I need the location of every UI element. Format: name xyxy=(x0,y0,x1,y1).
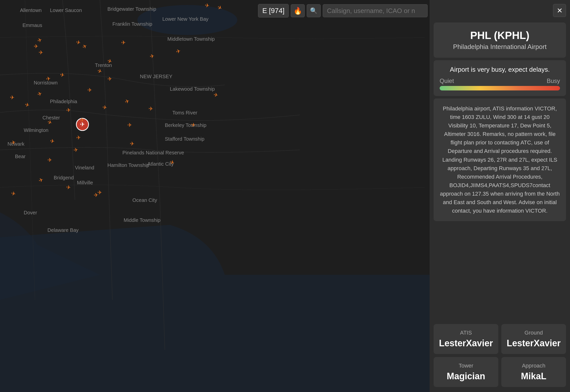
airport-title-panel: PHL (KPHL) Philadelphia International Ai… xyxy=(434,22,566,58)
svg-rect-2 xyxy=(0,0,430,392)
atc-role: ATIS xyxy=(438,330,494,336)
plane-icon: ✈ xyxy=(80,121,85,128)
search-icon-button[interactable]: 🔍 xyxy=(307,4,321,17)
fire-button[interactable]: 🔥 xyxy=(291,4,305,17)
atc-card[interactable]: ATISLesterXavier xyxy=(434,324,498,354)
airport-code: PHL (KPHL) xyxy=(439,29,561,41)
busy-bar xyxy=(440,86,560,90)
atc-name: MikaL xyxy=(505,371,562,382)
atc-name: LesterXavier xyxy=(438,338,494,349)
busy-panel: Airport is very busy, expect delays. Qui… xyxy=(434,60,566,96)
search-input[interactable] xyxy=(327,7,423,15)
topbar: E [974] 🔥 🔍 xyxy=(258,4,428,17)
atc-name: LesterXavier xyxy=(505,338,562,349)
sidebar: PHL (KPHL) Philadelphia International Ai… xyxy=(430,0,570,392)
energy-badge[interactable]: E [974] xyxy=(258,4,289,17)
atc-card[interactable]: TowerMagician xyxy=(434,357,498,387)
close-button[interactable]: ✕ xyxy=(553,4,566,17)
quiet-label: Quiet xyxy=(440,77,454,84)
atc-grid: ATISLesterXavierGroundLesterXavierTowerM… xyxy=(434,324,566,387)
atc-name: Magician xyxy=(438,371,494,382)
atc-role: Approach xyxy=(505,363,562,369)
philadelphia-marker[interactable]: ✈ xyxy=(76,118,89,131)
close-icon: ✕ xyxy=(557,6,563,15)
busy-message: Airport is very busy, expect delays. xyxy=(440,66,560,73)
magnifier-icon: 🔍 xyxy=(310,7,317,14)
map-area[interactable]: AllentownLower SauconEmmausBridgewater T… xyxy=(0,0,430,392)
busy-label: Busy xyxy=(547,77,560,84)
busy-labels: Quiet Busy xyxy=(440,77,560,84)
search-input-wrapper[interactable] xyxy=(323,4,428,17)
airport-name: Philadelphia International Airport xyxy=(439,43,561,51)
atc-role: Tower xyxy=(438,363,494,369)
atc-card[interactable]: GroundLesterXavier xyxy=(501,324,566,354)
atis-panel: Philadelphia airport, ATIS information V… xyxy=(434,98,566,221)
atis-text: Philadelphia airport, ATIS information V… xyxy=(440,104,560,215)
atc-role: Ground xyxy=(505,330,562,336)
atc-card[interactable]: ApproachMikaL xyxy=(501,357,566,387)
